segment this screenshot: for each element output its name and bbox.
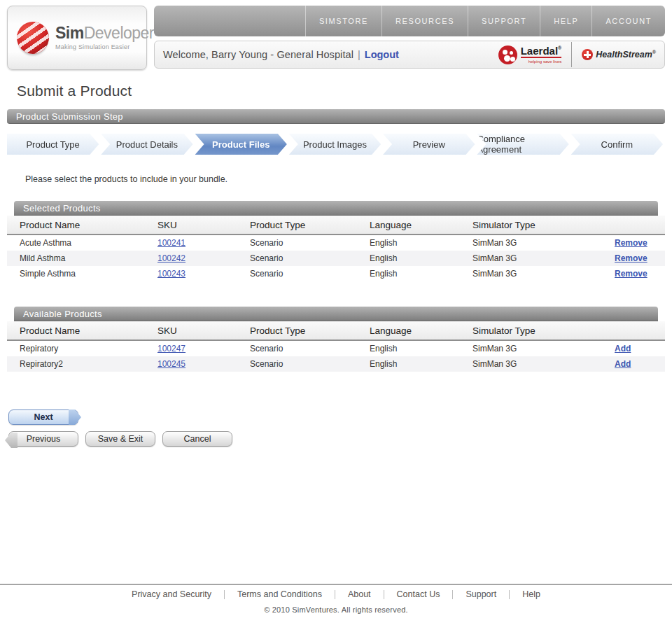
sku-link[interactable]: 100245 [158,359,186,369]
footer-link-about[interactable]: About [348,589,371,599]
product-type-cell: Scenario [250,359,370,369]
footer-links: Privacy and Security Terms and Condition… [0,589,672,599]
sku-link[interactable]: 100242 [158,253,186,263]
add-link[interactable]: Add [615,359,631,369]
page-header: SimDeveloper Making Simulation Easier SI… [7,6,665,70]
col-product-name: Product Name [7,220,158,230]
product-name-cell: Mild Asthma [7,253,158,263]
sku-link[interactable]: 100243 [158,269,186,279]
nav-item-simstore[interactable]: SIMSTORE [305,6,382,36]
add-link[interactable]: Add [615,344,631,354]
welcome-separator: | [358,49,360,60]
available-products-title: Available Products [23,309,102,319]
tab-compliance-agreement[interactable]: Compliance Agreement [477,134,568,155]
selected-products-title: Selected Products [23,203,101,214]
laerdal-tagline: helping save lives [521,59,562,64]
cancel-button[interactable]: Cancel [162,431,232,447]
selected-products-header: Product Name SKU Product Type Language S… [7,216,665,235]
col-product-type: Product Type [250,220,370,230]
next-arrow-icon [69,410,81,425]
tab-product-type[interactable]: Product Type [7,134,99,155]
footer-divider [0,584,672,584]
sku-link[interactable]: 100241 [158,238,186,248]
product-name-cell: Simple Asthma [7,269,158,279]
simdeveloper-logo: SimDeveloper Making Simulation Easier [7,6,147,70]
save-exit-button-label: Save & Exit [98,434,144,444]
table-row: Mild Asthma 100242 Scenario English SimM… [7,251,665,266]
healthstream-cross-icon [582,49,593,60]
tab-product-details[interactable]: Product Details [101,134,192,155]
footer-link-help[interactable]: Help [522,589,540,599]
tab-label: Compliance Agreement [477,134,568,155]
header-right: SIMSTORE RESOURCES SUPPORT HELP ACCOUNT … [154,6,665,70]
logout-link[interactable]: Logout [365,49,399,60]
globe-logo-icon [17,22,49,54]
page-title: Submit a Product [17,83,672,99]
cancel-button-label: Cancel [184,434,211,444]
product-type-cell: Scenario [250,344,370,354]
partner-logos: Laerdal® helping save lives HealthStream… [498,42,656,67]
tab-confirm[interactable]: Confirm [571,134,663,155]
tab-label: Preview [413,139,445,150]
table-row: Repiratory 100247 Scenario English SimMa… [7,341,665,356]
nav-item-help[interactable]: HELP [540,6,592,36]
footer-link-contact[interactable]: Contact Us [397,589,440,599]
remove-link[interactable]: Remove [615,238,648,248]
tab-label: Product Images [303,139,367,150]
simulator-type-cell: SimMan 3G [472,344,606,354]
footer-link-separator [384,590,384,599]
laerdal-logo: Laerdal® helping save lives [498,46,562,64]
page-footer: Privacy and Security Terms and Condition… [0,584,672,614]
logo-text: SimDeveloper Making Simulation Easier [55,25,154,50]
remove-link[interactable]: Remove [615,253,648,263]
available-products-body: Repiratory 100247 Scenario English SimMa… [7,341,665,376]
welcome-bar: Welcome, Barry Young - General Hospital … [154,41,665,69]
simulator-type-cell: SimMan 3G [472,238,606,248]
next-button[interactable]: Next [8,410,78,425]
previous-button[interactable]: Previous [8,431,78,447]
tab-product-images[interactable]: Product Images [289,134,381,155]
col-simulator-type: Simulator Type [472,220,606,230]
healthstream-name: HealthStream [596,50,652,59]
language-cell: English [370,344,472,354]
tab-preview[interactable]: Preview [383,134,475,155]
laerdal-logo-icon [498,46,517,64]
language-cell: English [370,238,472,248]
table-row: Simple Asthma 100243 Scenario English Si… [7,266,665,281]
simulator-type-cell: SimMan 3G [472,269,606,279]
col-product-name: Product Name [7,326,158,336]
sku-link[interactable]: 100247 [158,344,186,354]
product-name-cell: Acute Asthma [7,238,158,248]
nav-item-account[interactable]: ACCOUNT [592,6,665,36]
product-type-cell: Scenario [250,253,370,263]
footer-link-terms[interactable]: Terms and Conditions [237,589,322,599]
nav-item-support[interactable]: SUPPORT [468,6,540,36]
partner-divider [571,42,572,67]
logo-developer: Developer [84,24,154,42]
footer-link-separator [335,590,335,599]
footer-link-support[interactable]: Support [465,589,496,599]
laerdal-registered-mark: ® [558,46,561,50]
logo-sim: Sim [55,24,84,42]
healthstream-registered-mark: ® [652,50,656,55]
simulator-type-cell: SimMan 3G [472,253,606,263]
laerdal-name: Laerdal [521,45,558,57]
table-row: Acute Asthma 100241 Scenario English Sim… [7,235,665,251]
col-language: Language [370,220,472,230]
language-cell: English [370,253,472,263]
tab-label: Product Files [212,139,270,150]
tab-product-files[interactable]: Product Files [195,134,287,155]
language-cell: English [370,359,472,369]
save-exit-button[interactable]: Save & Exit [85,431,155,447]
footer-link-privacy[interactable]: Privacy and Security [132,589,211,599]
healthstream-logo: HealthStream® [582,49,656,60]
nav-item-resources[interactable]: RESOURCES [382,6,468,36]
product-name-cell: Repiratory [7,344,158,354]
product-type-cell: Scenario [250,238,370,248]
selected-products-body: Acute Asthma 100241 Scenario English Sim… [7,235,665,286]
product-name-cell: Repiratory2 [7,359,158,369]
col-product-type: Product Type [250,326,370,336]
remove-link[interactable]: Remove [615,269,648,279]
welcome-text: Welcome, Barry Young - General Hospital [163,49,354,60]
col-language: Language [370,326,472,336]
